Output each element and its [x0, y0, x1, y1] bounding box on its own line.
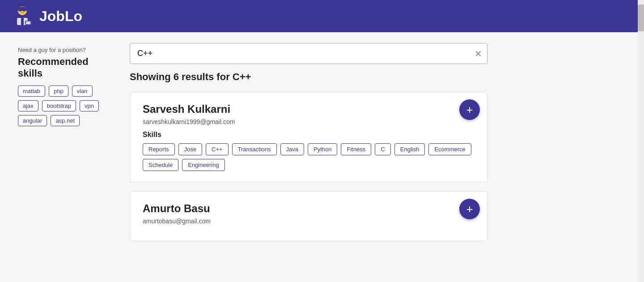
logo-icon: [11, 4, 34, 28]
candidate-email: sarveshkulkarni1999@gmail.com: [143, 118, 475, 125]
svg-rect-3: [21, 12, 24, 13]
sidebar-skill-tag[interactable]: vlan: [72, 85, 93, 97]
svg-rect-8: [21, 18, 24, 25]
candidate-skill-tag[interactable]: C++: [206, 143, 229, 155]
scrollbar-thumb[interactable]: [638, 4, 644, 31]
results-list: +Sarvesh Kulkarnisarveshkulkarni1999@gma…: [130, 92, 626, 241]
app-title: JobLo: [39, 8, 82, 25]
sidebar-subtitle: Need a guy for a position?: [18, 47, 112, 53]
skills-label: Skills: [143, 131, 475, 139]
candidate-skill-tag[interactable]: Schedule: [143, 159, 178, 171]
candidate-skill-tag[interactable]: Ecommerce: [428, 143, 471, 155]
candidate-skill-tag[interactable]: Java: [280, 143, 304, 155]
candidate-skill-tag[interactable]: English: [394, 143, 425, 155]
svg-rect-10: [26, 21, 30, 24]
logo-container: JobLo: [11, 4, 82, 28]
sidebar: Need a guy for a position? Recommended s…: [18, 43, 112, 250]
sidebar-skill-tag[interactable]: angular: [18, 115, 47, 126]
recommended-skills-list: matlabphpvlanajaxbootstrapvpnangularasp.…: [18, 85, 112, 126]
candidate-skills-list: ReportsJoseC++TransactionsJavaPythonFitn…: [143, 143, 475, 171]
sidebar-skill-tag[interactable]: ajax: [18, 100, 38, 111]
candidate-name: Sarvesh Kulkarni: [143, 103, 475, 115]
sidebar-skill-tag[interactable]: matlab: [18, 85, 45, 97]
main-layout: Need a guy for a position? Recommended s…: [0, 32, 644, 261]
result-card: +Amurto Basuamurtobasu@gmail.com: [130, 191, 487, 241]
candidate-skill-tag[interactable]: Python: [308, 143, 337, 155]
sidebar-skill-tag[interactable]: asp.net: [51, 115, 80, 126]
sidebar-skill-tag[interactable]: php: [49, 85, 68, 97]
search-area: ✕ Showing 6 results for C++ +Sarvesh Kul…: [130, 43, 626, 250]
sidebar-skill-tag[interactable]: vpn: [80, 100, 99, 111]
candidate-email: amurtobasu@gmail.com: [143, 218, 475, 225]
scrollbar[interactable]: [638, 0, 644, 282]
add-candidate-button[interactable]: +: [459, 199, 480, 219]
candidate-skill-tag[interactable]: Engineering: [182, 159, 225, 171]
candidate-name: Amurto Basu: [143, 202, 475, 215]
search-input[interactable]: [130, 43, 487, 64]
candidate-skill-tag[interactable]: Fitness: [341, 143, 371, 155]
add-candidate-button[interactable]: +: [459, 99, 480, 120]
search-bar-wrapper: ✕: [130, 43, 626, 64]
result-card: +Sarvesh Kulkarnisarveshkulkarni1999@gma…: [130, 92, 487, 182]
candidate-skill-tag[interactable]: C: [375, 143, 390, 155]
candidate-skill-tag[interactable]: Transactions: [232, 143, 277, 155]
search-clear-button[interactable]: ✕: [475, 49, 482, 58]
candidate-skill-tag[interactable]: Reports: [143, 143, 175, 155]
app-header: JobLo: [0, 0, 644, 32]
sidebar-title: Recommended skills: [18, 56, 112, 79]
sidebar-skill-tag[interactable]: bootstrap: [42, 100, 76, 111]
results-summary: Showing 6 results for C++: [130, 71, 626, 83]
candidate-skill-tag[interactable]: Jose: [178, 143, 202, 155]
